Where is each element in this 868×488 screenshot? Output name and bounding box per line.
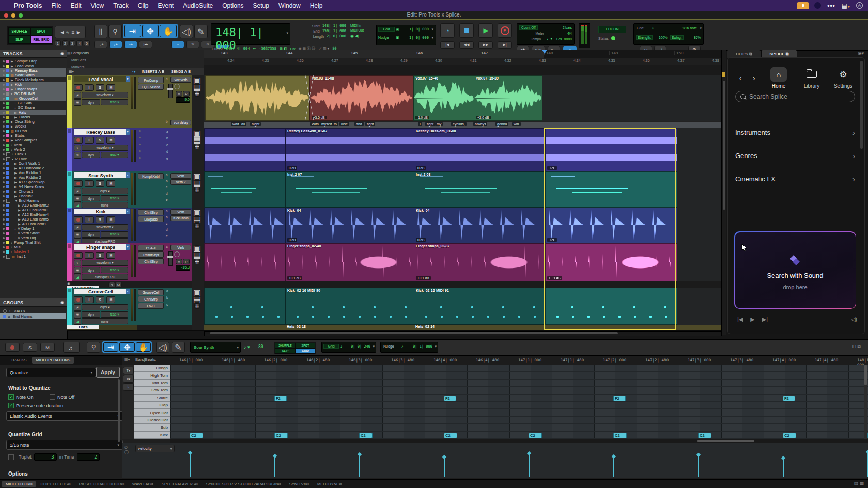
sidebar-track-vox-riddim-2[interactable]: ▶Vox Riddim 2 — [0, 175, 66, 180]
window-tab-midi-editor[interactable]: MIDI EDITOR ⧉ — [2, 481, 36, 487]
clock-icon[interactable]: ◷ — [856, 2, 863, 9]
insert-slot-dot[interactable] — [139, 137, 141, 138]
swing-value[interactable]: 86% — [694, 36, 701, 39]
velocity-stem[interactable] — [529, 453, 530, 477]
fast-forward-button[interactable]: ▶▶ — [478, 41, 493, 49]
record-enable-button[interactable] — [74, 252, 83, 259]
sidebar-track-a10-endharm2[interactable]: ▶A10 EndHarm2 — [0, 203, 66, 208]
tempo-label[interactable]: Tempo — [531, 37, 541, 41]
groups-panel-header[interactable]: GROUPS◉ — [0, 298, 67, 307]
zoom-preset-1[interactable]: 1 — [55, 40, 61, 46]
clip-gain-badge[interactable]: +0.1 dB — [416, 276, 431, 280]
track-name[interactable]: Hats — [67, 325, 99, 329]
note-f2[interactable]: F2 — [274, 396, 287, 401]
smart-tool[interactable]: ✋ — [160, 25, 177, 37]
sidebar-track-verb[interactable]: ↓Verb — [0, 143, 66, 147]
drum-row-conga[interactable]: Conga — [134, 365, 171, 372]
selector-tool[interactable]: ⇥ — [124, 25, 141, 37]
note-c2[interactable]: C2 — [529, 433, 542, 438]
track-m-button[interactable]: M — [106, 252, 115, 259]
insert-psa-1[interactable]: PSA-1 — [138, 245, 164, 251]
elastic-icon[interactable]: ✳ — [74, 195, 81, 202]
online-button[interactable]: ◔ — [440, 23, 455, 38]
sidebar-track-hi-pad[interactable]: ▥Hi Pad — [0, 129, 66, 133]
velocity-lane-icons[interactable]: ∅◯ — [124, 445, 129, 454]
tab-bar-view-icons[interactable]: ▤ ▦ — [854, 481, 864, 486]
mode-slip-button[interactable]: SLIP — [8, 36, 30, 44]
track-m-button[interactable]: M — [106, 84, 115, 91]
mic-icon[interactable] — [797, 2, 809, 9]
track-freeze-icon[interactable]: ▾ — [126, 172, 130, 178]
automation-mode-selector[interactable]: read ▾ — [101, 195, 128, 201]
clip[interactable]: 0 dB — [545, 208, 677, 243]
track-i-button[interactable]: I — [85, 180, 94, 187]
track-view-selector[interactable]: waveform ▾ — [82, 224, 128, 230]
note-c2[interactable]: C2 — [274, 433, 288, 438]
track-s-button[interactable]: S — [96, 216, 104, 223]
dyn-selector[interactable]: dyn — [82, 311, 100, 318]
input-monitor-icon[interactable]: ⚡ — [74, 145, 81, 151]
send-p-button[interactable]: P — [183, 91, 190, 97]
automation-mode-selector[interactable]: read ▾ — [101, 267, 128, 273]
tuplet-checkbox[interactable] — [8, 454, 14, 460]
sidebar-track-mix[interactable]: ↓MIX — [0, 245, 66, 249]
panel-collapse-icon[interactable]: ◉▾ — [858, 51, 864, 56]
sidebar-track-v-verb-short[interactable]: ↓V Verb Short — [0, 231, 66, 235]
clip-gain-badge[interactable]: 0 dB — [416, 238, 426, 242]
send-pan-knob[interactable] — [174, 251, 180, 257]
velocity-stem[interactable] — [783, 458, 784, 477]
drum-row-snare[interactable]: Snare — [134, 395, 171, 402]
midi-io-icons[interactable]: ◉ ◀ — [350, 34, 364, 38]
track-s-button[interactable]: S — [96, 296, 104, 303]
track-header-lead-vocal[interactable]: Lead Vocal▾ISM⚡waveform ▾✳dynread ▾ — [67, 75, 137, 129]
dyn-selector[interactable]: dyn — [82, 99, 100, 105]
velocity-diamond[interactable] — [442, 455, 446, 459]
insert-slot-dot[interactable] — [139, 150, 141, 152]
clip[interactable] — [205, 75, 310, 121]
strength-value[interactable]: 100% — [659, 36, 668, 39]
automation-mode-selector[interactable]: read ▾ — [101, 311, 128, 318]
swing-label[interactable]: Swing: — [670, 35, 684, 40]
quantize-source-selector[interactable]: Elastic Audio Events▾ — [6, 411, 123, 421]
velocity-lane[interactable]: ∅◯ velocity▾ — [122, 443, 868, 478]
velocity-diamond[interactable] — [866, 450, 868, 454]
insert-chnlstrp[interactable]: ChnlStrp — [138, 296, 164, 302]
zoom-preset-2[interactable]: 2 — [62, 40, 68, 46]
track-i-button[interactable]: I — [85, 84, 94, 91]
velocity-diamond[interactable] — [612, 454, 616, 459]
operation-selector[interactable]: Quantize▾ — [6, 368, 96, 377]
tab-splice[interactable]: SPLICE ⧉ — [761, 50, 797, 58]
note-on-checkbox[interactable]: ✓Note On — [8, 394, 34, 400]
sidebar-track-clacks[interactable]: ▶Clacks — [0, 115, 66, 119]
menu-help[interactable]: Help — [305, 2, 328, 9]
send-m-button[interactable]: M — [176, 259, 182, 264]
play-button[interactable]: ▶ — [478, 23, 493, 38]
track-mini-icon[interactable] — [68, 209, 71, 212]
link-track-button[interactable]: ≡+ — [124, 41, 137, 48]
note-c2[interactable]: C2 — [698, 433, 711, 438]
sidebar-track-inst-1[interactable]: ▥Inst 1 — [0, 254, 66, 259]
folder-arrow-icon[interactable]: ◉ — [67, 329, 137, 331]
splice-back-icon[interactable]: ‹ — [739, 74, 741, 82]
track-m-button[interactable]: M — [106, 216, 115, 223]
send-verb-2[interactable]: Verb 2 — [171, 179, 191, 185]
drum-row-mid-tom[interactable]: Mid Tom — [134, 380, 171, 387]
track-freeze-icon[interactable]: ▾ — [126, 244, 130, 250]
folder-M-button[interactable]: M — [115, 282, 122, 288]
velocity-diamond[interactable] — [358, 452, 362, 456]
clip-gain-badge[interactable]: 0 dB — [287, 166, 297, 170]
elastic-plugin-icon[interactable]: ◢ — [74, 318, 81, 325]
dyn-selector[interactable]: dyn — [82, 152, 100, 158]
edit-hscrollbar[interactable] — [204, 331, 722, 336]
track-header-kick[interactable]: Kick▾ISM⚡waveform ▾✳dynread ▾◢elastiqueP… — [67, 208, 137, 244]
sends-header[interactable]: SENDS A-E — [167, 70, 194, 73]
drum-row-closed-hat[interactable]: Closed Hat — [134, 417, 171, 424]
tracks-panel-header[interactable]: TRACKS◉ — [0, 50, 67, 58]
insert-slot-dot[interactable] — [139, 157, 141, 159]
sidebar-track-pump-that-shit[interactable]: ↓Pump That Shit — [0, 240, 66, 245]
record-enable-button[interactable] — [74, 296, 83, 303]
velocity-diamond[interactable] — [527, 451, 531, 455]
midi-velocity-value[interactable]: 80 — [258, 344, 264, 349]
track-name[interactable]: Reecey Bass — [74, 129, 128, 135]
track-s-button[interactable]: S — [96, 84, 104, 91]
